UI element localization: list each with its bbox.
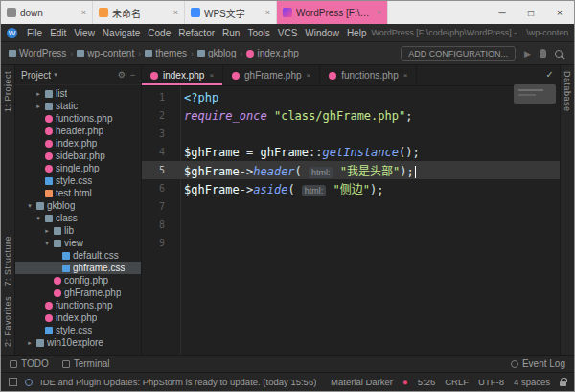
menu-item-refactor[interactable]: Refactor bbox=[174, 28, 218, 38]
menu-item-view[interactable]: View bbox=[70, 28, 99, 38]
minimize-button[interactable]: ─ bbox=[488, 1, 517, 24]
breadcrumb-item[interactable]: gkblog bbox=[197, 48, 236, 58]
tree-item[interactable]: ▾view bbox=[15, 237, 141, 249]
tree-item[interactable]: functions.php bbox=[15, 112, 141, 125]
close-tab-icon[interactable]: × bbox=[307, 71, 311, 80]
css-icon bbox=[45, 177, 53, 185]
code-line[interactable]: 7 bbox=[142, 197, 560, 216]
menu-item-navigate[interactable]: Navigate bbox=[99, 28, 144, 38]
code-line[interactable]: 5$ghFrame->header( html: "我是头部"); bbox=[142, 161, 560, 179]
caret-position[interactable]: 5:26 bbox=[418, 377, 436, 387]
close-tab-icon[interactable]: × bbox=[265, 8, 270, 17]
expand-arrow-icon[interactable]: ▸ bbox=[43, 227, 51, 235]
close-button[interactable]: × bbox=[545, 1, 574, 24]
code-line[interactable]: 6$ghFrame->aside( html: "侧边"); bbox=[142, 179, 560, 197]
expand-arrow-icon[interactable]: ▸ bbox=[26, 339, 34, 347]
tree-item[interactable]: ▸lib bbox=[15, 224, 141, 237]
editor-tab[interactable]: index.php× bbox=[142, 65, 223, 85]
editor-tab[interactable]: ghFrame.php× bbox=[223, 65, 320, 85]
material-accent-dot[interactable]: ● bbox=[402, 377, 408, 387]
readonly-lock-icon[interactable] bbox=[560, 381, 566, 386]
code-line[interactable]: 9 bbox=[142, 234, 560, 252]
line-separator[interactable]: CRLF bbox=[445, 377, 469, 387]
tree-item[interactable]: config.php bbox=[15, 274, 141, 287]
menu-item-window[interactable]: Window bbox=[301, 28, 343, 38]
toolwindow-tab-project[interactable]: 1: Project bbox=[3, 71, 12, 112]
close-tab-icon[interactable]: × bbox=[377, 8, 381, 17]
toolwindow-tab-database[interactable]: Database bbox=[563, 71, 572, 112]
expand-arrow-icon[interactable]: ▾ bbox=[43, 240, 51, 247]
breadcrumb-item[interactable]: wp-content bbox=[77, 48, 134, 58]
code-line[interactable]: 8 bbox=[142, 216, 560, 234]
add-configuration-button[interactable]: ADD CONFIGURATION... bbox=[401, 46, 516, 61]
tree-item[interactable]: style.css bbox=[15, 324, 141, 336]
menu-item-run[interactable]: Run bbox=[218, 28, 243, 38]
menu-item-vcs[interactable]: VCS bbox=[274, 28, 302, 38]
toolwindow-tab-favorites[interactable]: 2: Favorites bbox=[3, 296, 12, 347]
code-line[interactable]: 3 bbox=[142, 125, 560, 143]
tree-item[interactable]: functions.php bbox=[15, 299, 141, 311]
code-line[interactable]: 1<?php bbox=[142, 88, 560, 106]
inspections-ok-icon[interactable]: ✓ bbox=[546, 69, 554, 80]
indent-style[interactable]: 4 spaces bbox=[514, 377, 550, 387]
breadcrumb-item[interactable]: themes bbox=[145, 48, 187, 58]
project-tree: ▸list▸staticfunctions.phpheader.phpindex… bbox=[15, 85, 141, 355]
project-panel-title[interactable]: Project bbox=[21, 70, 51, 81]
window-tab[interactable]: WordPress [F:\cod...× bbox=[277, 1, 388, 24]
menu-item-tools[interactable]: Tools bbox=[243, 28, 273, 38]
tool-button-terminal[interactable]: Terminal bbox=[62, 358, 110, 369]
search-everywhere-icon[interactable] bbox=[555, 50, 563, 58]
tree-item[interactable]: ghFrame.php bbox=[15, 287, 141, 299]
tree-item[interactable]: ▾class bbox=[15, 212, 141, 224]
tree-item[interactable]: ▾gkblog bbox=[15, 199, 141, 212]
run-icon[interactable]: ▶ bbox=[524, 49, 531, 58]
toolwindow-toggle-icon[interactable] bbox=[9, 378, 17, 386]
breadcrumb-item[interactable]: index.php bbox=[246, 48, 298, 58]
expand-arrow-icon[interactable]: ▾ bbox=[26, 202, 34, 210]
gear-icon[interactable]: ⚙ bbox=[118, 70, 126, 80]
expand-arrow-icon[interactable]: ▸ bbox=[34, 103, 42, 110]
close-tab-icon[interactable]: × bbox=[209, 71, 214, 80]
tree-item[interactable]: ghframe.css bbox=[15, 262, 141, 274]
tree-item[interactable]: index.php bbox=[15, 311, 141, 324]
tree-item[interactable]: ▸static bbox=[15, 100, 141, 112]
menu-item-code[interactable]: Code bbox=[144, 28, 174, 38]
breadcrumb-item[interactable]: WordPress bbox=[9, 48, 66, 58]
tree-item[interactable]: test.html bbox=[15, 187, 141, 199]
tree-item[interactable]: header.php bbox=[15, 125, 141, 137]
close-tab-icon[interactable]: × bbox=[173, 8, 178, 17]
window-tab[interactable]: down× bbox=[1, 1, 93, 24]
close-tab-icon[interactable]: × bbox=[81, 8, 86, 17]
status-message[interactable]: IDE and Plugin Updates: PhpStorm is read… bbox=[40, 377, 316, 387]
line-number: 4 bbox=[142, 147, 176, 157]
tree-item[interactable]: single.php bbox=[15, 162, 141, 174]
menu-item-edit[interactable]: Edit bbox=[46, 28, 70, 38]
expand-arrow-icon[interactable]: ▸ bbox=[34, 90, 42, 98]
tree-item[interactable]: ▸list bbox=[15, 87, 141, 100]
hide-panel-icon[interactable]: − bbox=[130, 70, 135, 80]
event-log-button[interactable]: Event Log bbox=[511, 358, 565, 369]
toolwindow-tab-structure[interactable]: 7: Structure bbox=[3, 236, 12, 287]
menu-item-help[interactable]: Help bbox=[343, 28, 371, 38]
tree-item[interactable]: default.css bbox=[15, 249, 141, 262]
tree-item[interactable]: sidebar.php bbox=[15, 150, 141, 162]
code-line[interactable]: 2require_once "class/ghFrame.php"; bbox=[142, 106, 560, 125]
tool-button-todo[interactable]: TODO bbox=[10, 358, 49, 369]
file-encoding[interactable]: UTF-8 bbox=[478, 377, 504, 387]
chevron-down-icon[interactable]: ▾ bbox=[54, 71, 58, 79]
debug-icon[interactable] bbox=[540, 49, 546, 58]
editor-tab[interactable]: functions.php× bbox=[320, 65, 417, 85]
maximize-button[interactable]: □ bbox=[517, 1, 545, 24]
expand-arrow-icon[interactable]: ▾ bbox=[34, 215, 42, 222]
menu-item-file[interactable]: File bbox=[23, 28, 46, 38]
code-line[interactable]: 4$ghFrame = ghFrame::getInstance(); bbox=[142, 143, 560, 161]
tree-item[interactable]: ▸win10explore bbox=[15, 336, 141, 349]
window-tab[interactable]: WPS文字× bbox=[185, 1, 277, 24]
tree-item[interactable]: style.css bbox=[15, 174, 141, 187]
tree-item[interactable]: index.php bbox=[15, 137, 141, 150]
close-tab-icon[interactable]: × bbox=[403, 71, 408, 80]
window-tab[interactable]: 未命名× bbox=[93, 1, 185, 24]
code-editor[interactable]: 1<?php2require_once "class/ghFrame.php";… bbox=[142, 86, 560, 355]
theme-switcher[interactable]: Material Darker bbox=[331, 377, 393, 387]
wps-icon bbox=[191, 8, 200, 17]
